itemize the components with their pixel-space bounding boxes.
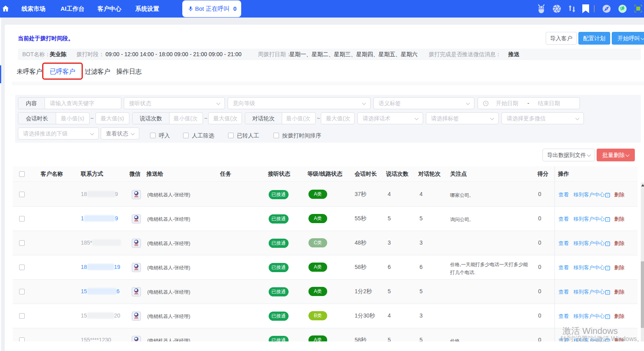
svg-text:?: ? (607, 316, 609, 318)
svg-text:?: ? (607, 291, 609, 294)
svg-text:?: ? (607, 267, 609, 270)
svg-text:?: ? (607, 218, 609, 221)
svg-text:?: ? (607, 194, 609, 197)
svg-text:?: ? (607, 243, 609, 245)
